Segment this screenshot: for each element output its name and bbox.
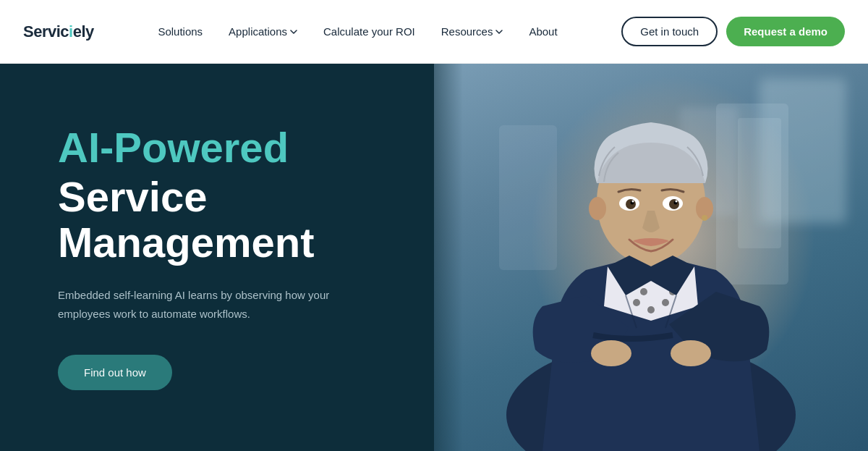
svg-point-17 xyxy=(702,215,707,221)
svg-point-10 xyxy=(647,306,655,313)
hero-left-panel: AI-Powered Service Management Embedded s… xyxy=(0,64,434,451)
svg-point-25 xyxy=(676,201,678,203)
svg-point-12 xyxy=(591,340,631,366)
svg-point-24 xyxy=(632,201,634,203)
logo-dot: i xyxy=(69,22,73,41)
find-out-how-button[interactable]: Find out how xyxy=(58,355,172,390)
hero-title-accent: AI-Powered xyxy=(58,125,391,171)
logo[interactable]: Serviciely xyxy=(23,22,94,41)
svg-rect-1 xyxy=(738,118,781,248)
request-demo-button[interactable]: Request a demo xyxy=(726,17,845,46)
nav-item-roi[interactable]: Calculate your ROI xyxy=(323,25,415,38)
svg-rect-2 xyxy=(499,125,557,270)
main-nav: Solutions Applications Calculate your RO… xyxy=(158,25,557,38)
svg-point-5 xyxy=(640,288,647,295)
hero-right-panel xyxy=(434,64,868,451)
hero-subtitle: Embedded self-learning AI learns by obse… xyxy=(58,286,333,323)
svg-point-9 xyxy=(662,299,669,306)
hero-person-image xyxy=(485,82,817,451)
hero-section: AI-Powered Service Management Embedded s… xyxy=(0,64,868,451)
svg-point-21 xyxy=(669,199,679,209)
hero-title-main: Service Management xyxy=(58,174,391,266)
chevron-down-icon xyxy=(290,30,297,34)
nav-item-resources[interactable]: Resources xyxy=(441,25,503,38)
svg-point-20 xyxy=(626,199,636,209)
header-actions: Get in touch Request a demo xyxy=(621,17,845,46)
svg-point-8 xyxy=(633,299,640,306)
get-in-touch-button[interactable]: Get in touch xyxy=(621,17,718,46)
nav-item-applications[interactable]: Applications xyxy=(229,25,297,38)
svg-point-15 xyxy=(589,197,606,220)
chevron-down-icon xyxy=(495,30,503,34)
nav-item-solutions[interactable]: Solutions xyxy=(158,25,203,38)
header: Serviciely Solutions Applications Calcul… xyxy=(0,0,868,64)
svg-point-11 xyxy=(671,340,711,366)
nav-item-about[interactable]: About xyxy=(529,25,557,38)
logo-text: Serviciely xyxy=(23,22,94,41)
